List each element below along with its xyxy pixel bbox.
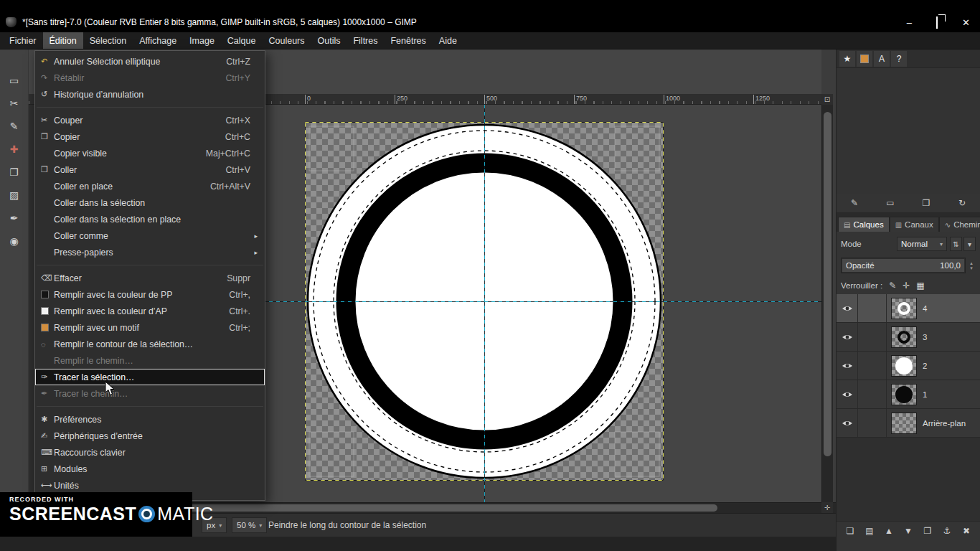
spinner-up-icon[interactable]: ▴ [970, 260, 973, 265]
menu-item[interactable]: ✱ Préférences [35, 411, 265, 428]
anchor-layer-icon[interactable]: ⚓ [939, 523, 955, 539]
opacity-spinner[interactable]: ▴ ▾ [967, 260, 976, 270]
menu-item[interactable]: Presse-papiers ▸ [35, 244, 265, 260]
mode-switch-icon[interactable]: ⇅ [950, 237, 962, 251]
mode-dropdown[interactable]: Normal ▾ [897, 237, 947, 251]
vertical-guide[interactable] [484, 105, 485, 502]
new-brush-icon[interactable]: ▭ [877, 198, 903, 208]
lower-layer-icon[interactable]: ▼ [900, 523, 916, 539]
dock-dialog-tab[interactable] [857, 51, 872, 67]
menu-item[interactable]: ✂ Couper Ctrl+X [35, 112, 265, 128]
menu-item[interactable]: Coller dans la sélection en place [35, 211, 265, 227]
menu-item[interactable]: ❐ Copier Ctrl+C [35, 128, 265, 145]
menubar-item[interactable]: Couleurs [262, 32, 311, 49]
visibility-toggle[interactable] [837, 380, 858, 408]
layer-row[interactable]: 4 [837, 294, 980, 323]
layer-row[interactable]: 2 [837, 352, 980, 380]
smudge-tool-icon[interactable]: ◉ [5, 232, 24, 250]
menubar-item[interactable]: Édition [43, 32, 83, 49]
maximize-button[interactable] [936, 19, 938, 27]
dock-dialog-tab[interactable]: ? [891, 51, 907, 67]
duplicate-brush-icon[interactable]: ❐ [913, 198, 939, 208]
layer-row[interactable]: 1 [837, 380, 980, 409]
navigation-icon[interactable]: ✛ [821, 502, 833, 513]
menubar-item[interactable]: Fenêtres [384, 32, 432, 49]
menu-item[interactable]: Remplir avec la couleur de PP Ctrl+, [35, 286, 265, 303]
edit-brush-icon[interactable]: ✎ [842, 198, 867, 208]
lock-position-icon[interactable]: ✛ [903, 281, 910, 291]
mode-menu-icon[interactable]: ▾ [963, 237, 976, 251]
ink-tool-icon[interactable]: ✒ [5, 209, 24, 227]
scissors-select-tool-icon[interactable]: ✂ [5, 94, 24, 113]
menu-item[interactable]: ✍ Périphériques d’entrée [35, 428, 265, 444]
menu-item[interactable]: ↷ Rétablir Ctrl+Y [35, 70, 265, 86]
menu-item[interactable]: ✒ Tracer le chemin… [35, 385, 265, 402]
gradient-tool-icon[interactable]: ▨ [5, 186, 24, 204]
clone-tool-icon[interactable]: ❐ [5, 163, 24, 182]
zoom-follow-window-icon[interactable]: ⊡ [821, 94, 833, 105]
menu-item[interactable]: ↶ Annuler Sélection elliptique Ctrl+Z [35, 53, 265, 70]
visibility-toggle[interactable] [837, 409, 858, 437]
menu-item[interactable]: ◌ Remplir le contour de la sélection… [35, 336, 265, 352]
menu-item[interactable]: ❒ Coller Ctrl+V [35, 161, 265, 178]
menubar-item[interactable]: Aide [433, 32, 463, 49]
lock-pixels-icon[interactable]: ✎ [889, 281, 896, 291]
dialog-tab[interactable]: ▥ Canaux [890, 217, 939, 232]
link-toggle[interactable] [858, 294, 887, 322]
menu-item[interactable]: ⊞ Modules [35, 461, 265, 477]
menu-item[interactable]: ✑ Tracer la sélection… [35, 369, 265, 385]
menu-item[interactable]: ↺ Historique d’annulation [35, 86, 265, 103]
dialog-tab[interactable]: ∿ Chemins [939, 217, 980, 232]
menubar-item[interactable]: Affichage [133, 32, 183, 49]
dock-dialog-tab[interactable]: A [874, 51, 890, 67]
lock-alpha-icon[interactable]: ▦ [916, 281, 924, 291]
opacity-slider[interactable]: Opacité 100,0 [841, 258, 966, 273]
visibility-toggle[interactable] [837, 323, 858, 351]
layer-row[interactable]: Arrière-plan [837, 409, 980, 438]
close-button[interactable]: ✕ [962, 19, 970, 27]
menu-item[interactable]: Copier visible Maj+Ctrl+C [35, 145, 265, 161]
menu-item[interactable]: ⌨ Raccourcis clavier [35, 444, 265, 461]
delete-layer-icon[interactable]: ✖ [958, 523, 974, 539]
link-toggle[interactable] [858, 352, 887, 380]
menu-item[interactable]: Remplir avec la couleur d’AP Ctrl+. [35, 303, 265, 319]
vertical-scrollbar-thumb[interactable] [824, 112, 831, 456]
link-toggle[interactable] [858, 409, 887, 437]
vertical-scrollbar[interactable] [821, 105, 833, 502]
minimize-button[interactable]: – [907, 19, 912, 27]
zoom-dropdown[interactable]: 50 % ▾ [232, 517, 267, 533]
dock-dialog-tab[interactable]: ★ [839, 51, 855, 67]
menu-item[interactable]: Remplir avec un motif Ctrl+; [35, 319, 265, 336]
duplicate-layer-icon[interactable]: ❐ [920, 523, 936, 539]
new-group-icon[interactable]: ▤ [862, 523, 877, 539]
heal-tool-icon[interactable]: ✚ [5, 140, 24, 159]
paintbrush-tool-icon[interactable]: ✎ [5, 117, 24, 136]
horizontal-scrollbar-thumb[interactable] [165, 504, 717, 512]
raise-layer-icon[interactable]: ▲ [881, 523, 897, 539]
menu-item[interactable]: Coller comme ▸ [35, 227, 265, 244]
menubar-item[interactable]: Calque [221, 32, 263, 49]
menubar-item[interactable]: Fichier [3, 32, 43, 49]
visibility-toggle[interactable] [837, 352, 858, 380]
thumbnail-shape [897, 331, 910, 344]
refresh-brushes-icon[interactable]: ↻ [949, 198, 975, 208]
link-toggle[interactable] [858, 323, 887, 351]
spinner-down-icon[interactable]: ▾ [970, 265, 973, 270]
menu-item-label: Rétablir [54, 73, 84, 83]
visibility-toggle[interactable] [837, 294, 858, 322]
menu-item[interactable]: Remplir le chemin… [35, 352, 265, 369]
link-toggle[interactable] [858, 380, 887, 408]
layer-row[interactable]: 3 [837, 323, 980, 352]
menu-item[interactable]: Coller en place Ctrl+Alt+V [35, 178, 265, 194]
rect-select-tool-icon[interactable]: ▭ [5, 71, 24, 90]
menubar-item[interactable]: Sélection [83, 32, 133, 49]
menu-item[interactable]: Coller dans la sélection [35, 194, 265, 211]
new-layer-icon[interactable]: ❏ [842, 523, 858, 539]
menubar-item[interactable]: Outils [311, 32, 347, 49]
dialog-tab-list: ▤ Calques ▥ Canaux ∿ Chemins [838, 217, 980, 232]
dialog-tab[interactable]: ▤ Calques [838, 217, 890, 232]
menubar-item[interactable]: Image [183, 32, 221, 49]
menu-item[interactable]: ⟷ Unités [35, 477, 265, 494]
menubar-item[interactable]: Filtres [347, 32, 384, 49]
menu-item[interactable]: ⌫ Effacer Suppr [35, 270, 265, 286]
